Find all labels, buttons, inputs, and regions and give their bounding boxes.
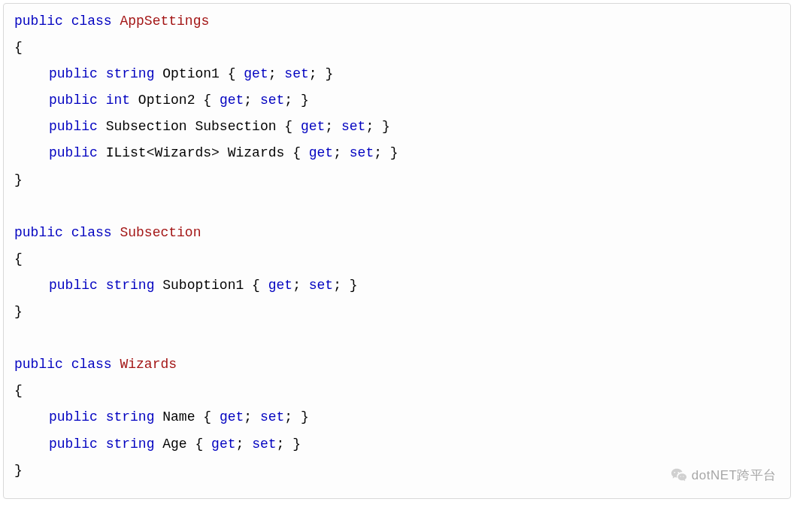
brace-close: }	[14, 172, 23, 187]
code-line: public string Name { get; set; }	[14, 404, 780, 430]
keyword-class: class	[71, 14, 112, 29]
blank-line	[14, 193, 780, 220]
keyword-get: get	[220, 93, 244, 108]
keyword-public: public	[49, 278, 98, 293]
brace-close: }	[14, 304, 23, 319]
brace-open: {	[14, 251, 23, 266]
keyword-public: public	[14, 225, 63, 240]
semicolon: ;	[309, 66, 317, 81]
semicolon: ;	[333, 145, 341, 160]
keyword-class: class	[71, 225, 112, 240]
keyword-set: set	[260, 409, 284, 424]
keyword-public: public	[14, 14, 63, 29]
code-line: public string Suboption1 { get; set; }	[14, 272, 780, 299]
semicolon: ;	[268, 66, 277, 81]
code-line: public Subsection Subsection { get; set;…	[14, 114, 780, 140]
property-name: Option2	[138, 93, 195, 108]
brace-open: {	[284, 119, 292, 134]
keyword-class: class	[71, 357, 112, 372]
brace-close: }	[325, 66, 333, 81]
brace-open: {	[292, 145, 301, 160]
semicolon: ;	[284, 93, 292, 108]
type-name: Wizards	[154, 145, 211, 160]
class-name: Subsection	[120, 225, 201, 240]
brace-open: {	[203, 409, 211, 424]
keyword-set: set	[309, 278, 333, 293]
keyword-public: public	[49, 66, 98, 81]
keyword-get: get	[268, 278, 292, 293]
property-name: Wizards	[228, 145, 285, 160]
keyword-set: set	[341, 119, 365, 134]
type-name: Subsection	[106, 119, 187, 134]
keyword-set: set	[252, 437, 276, 452]
code-line: }	[14, 299, 780, 325]
semicolon: ;	[277, 437, 285, 452]
class-name: Wizards	[120, 357, 177, 372]
code-line: public class Subsection	[14, 220, 780, 246]
code-line: {	[14, 378, 780, 404]
keyword-get: get	[309, 145, 333, 160]
keyword-string: string	[106, 437, 155, 452]
keyword-public: public	[14, 357, 63, 372]
code-line: }	[14, 167, 780, 193]
semicolon: ;	[244, 93, 252, 108]
semicolon: ;	[244, 409, 252, 424]
brace-close: }	[390, 145, 398, 160]
brace-close: }	[292, 437, 301, 452]
blank-line	[14, 325, 780, 351]
semicolon: ;	[374, 145, 382, 160]
keyword-get: get	[220, 409, 244, 424]
class-name: AppSettings	[120, 14, 209, 29]
semicolon: ;	[325, 119, 333, 134]
semicolon: ;	[284, 409, 292, 424]
semicolon: ;	[292, 278, 301, 293]
keyword-set: set	[284, 66, 308, 81]
keyword-get: get	[211, 437, 235, 452]
code-line: public class Wizards	[14, 351, 780, 378]
keyword-public: public	[49, 93, 98, 108]
code-block: public class AppSettings { public string…	[3, 3, 791, 499]
keyword-public: public	[49, 437, 98, 452]
keyword-set: set	[350, 145, 374, 160]
code-line: {	[14, 246, 780, 272]
brace-open: {	[14, 40, 23, 55]
brace-open: {	[203, 93, 211, 108]
keyword-string: string	[106, 278, 155, 293]
brace-close: }	[14, 463, 23, 478]
watermark: dotNET跨平台	[671, 463, 777, 488]
type-name: >	[211, 145, 220, 160]
property-name: Age	[162, 437, 186, 452]
code-line: public int Option2 { get; set; }	[14, 87, 780, 114]
keyword-string: string	[106, 409, 155, 424]
keyword-set: set	[260, 93, 284, 108]
brace-open: {	[14, 383, 23, 398]
code-line: {	[14, 35, 780, 61]
keyword-get: get	[244, 66, 268, 81]
brace-open: {	[195, 437, 203, 452]
keyword-get: get	[301, 119, 325, 134]
semicolon: ;	[365, 119, 374, 134]
wechat-icon	[671, 467, 687, 483]
property-name: Suboption1	[162, 278, 244, 293]
brace-open: {	[228, 66, 236, 81]
brace-close: }	[301, 409, 309, 424]
keyword-int: int	[106, 93, 130, 108]
keyword-string: string	[106, 66, 155, 81]
semicolon: ;	[236, 437, 244, 452]
code-line: public string Option1 { get; set; }	[14, 61, 780, 87]
brace-close: }	[382, 119, 390, 134]
semicolon: ;	[333, 278, 341, 293]
keyword-public: public	[49, 409, 98, 424]
code-line: public IList<Wizards> Wizards { get; set…	[14, 140, 780, 166]
brace-open: {	[252, 278, 260, 293]
brace-close: }	[350, 278, 358, 293]
code-line: public string Age { get; set; }	[14, 431, 780, 458]
keyword-public: public	[49, 119, 98, 134]
code-line: public class AppSettings	[14, 8, 780, 35]
watermark-text: dotNET跨平台	[692, 463, 777, 488]
keyword-public: public	[49, 145, 98, 160]
code-line: }	[14, 458, 780, 484]
type-name: IList<	[106, 145, 155, 160]
property-name: Option1	[162, 66, 220, 81]
property-name: Subsection	[195, 119, 276, 134]
